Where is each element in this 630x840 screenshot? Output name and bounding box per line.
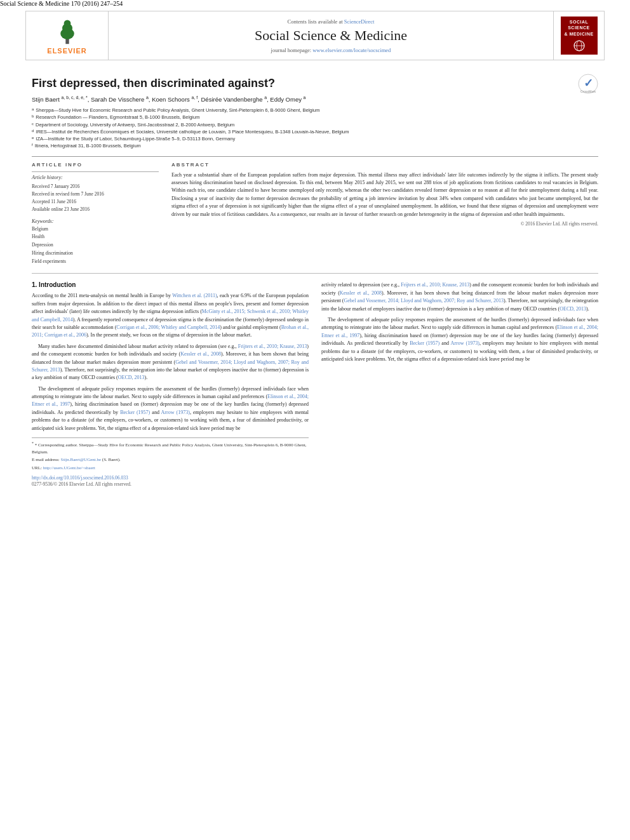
ref-elinson[interactable]: Elinson et al., 2004; Ettner et al., 199… (32, 394, 309, 407)
accepted-date: Accepted 11 June 2016 (32, 198, 159, 206)
available-date: Available online 23 June 2016 (32, 206, 159, 213)
ref-gebel[interactable]: Gebel and Vossemer, 2014; Lloyd and Wagh… (32, 359, 309, 373)
keyword-health: Health (32, 233, 159, 241)
right-body: activity related to depression (see e.g.… (321, 281, 598, 363)
elsevier-tree-icon (51, 17, 83, 45)
ref-elinson2[interactable]: Elinson et al., 2004; Ettner et al., 199… (321, 324, 598, 338)
ref-wittchen[interactable]: Wittchen et al. (2011) (172, 293, 217, 298)
intro-body: According to the 2011 meta-analysis on m… (32, 292, 309, 432)
url-link[interactable]: http://users.UGent.be/~sbaert (43, 465, 95, 470)
abstract-text-block: Each year a substantial share of the Eur… (171, 171, 598, 218)
keyword-depression: Depression (32, 241, 159, 250)
copyright-line: © 2016 Elsevier Ltd. All rights reserved… (171, 221, 598, 227)
ref-frijters2[interactable]: Frijters et al., 2010; Krause, 2013 (401, 282, 469, 288)
homepage-link[interactable]: www.elsevier.com/locate/socscimed (312, 47, 391, 53)
doi-line: http://dx.doi.org/10.1016/j.socscimed.20… (32, 475, 309, 481)
paper-body: ✓ CrossMark First depressed, then discri… (0, 64, 630, 500)
journal-header-bar: Social Science & Medicine 170 (2016) 247… (0, 0, 630, 7)
paper-title: First depressed, then discriminated agai… (32, 77, 598, 90)
introduction-right: activity related to depression (see e.g.… (321, 281, 598, 487)
ref-kessler2[interactable]: Kessler et al., 2008 (340, 290, 382, 296)
banner-right: SOCIAL SCIENCE & MEDICINE (553, 11, 604, 60)
article-abstract-section: ARTICLE INFO Article history: Received 7… (32, 156, 598, 266)
ref-becker[interactable]: Becker (1957) (120, 410, 150, 415)
introduction-left: 1. Introduction According to the 2011 me… (32, 281, 309, 487)
ref-arrow[interactable]: Arrow (1973) (161, 410, 190, 415)
ref-frijters[interactable]: Frijters et al., 2010; Krause, 2013 (238, 343, 307, 349)
elsevier-wordmark: ELSEVIER (47, 47, 86, 55)
sciencedirect-link[interactable]: ScienceDirect (344, 18, 375, 25)
banner-center: Contents lists available at ScienceDirec… (109, 15, 553, 57)
article-info-column: ARTICLE INFO Article history: Received 7… (32, 162, 159, 266)
keyword-field: Field experiments (32, 258, 159, 266)
ref-kessler[interactable]: Kessler et al., 2008 (180, 351, 221, 357)
received-date: Received 7 January 2016 (32, 183, 159, 190)
email-link[interactable]: Stijn.Baert@UGent.be (61, 457, 102, 462)
ref-mcginty[interactable]: McGinty et al., 2015; Schwenk et al., 20… (32, 309, 309, 322)
history-title: Article history: (32, 175, 159, 180)
intro-heading: 1. Introduction (32, 281, 309, 288)
journal-title: Social Science & Medicine (255, 27, 407, 44)
logo-globe-icon (573, 39, 586, 52)
homepage-line: journal homepage: www.elsevier.com/locat… (271, 47, 391, 53)
authors-line: Stijn Baert a, b, c, d, e, *, Sarah De V… (32, 95, 598, 103)
ref-gebel2[interactable]: Gebel and Vossemer, 2014; Lloyd and Wagh… (344, 298, 504, 303)
article-history-block: Article history: Received 7 January 2016… (32, 171, 159, 213)
keyword-hiring: Hiring discrimination (32, 250, 159, 258)
elsevier-logo: ELSEVIER (47, 17, 86, 55)
affiliations-block: a Sherppa—Study Hive for Economic Resear… (32, 107, 598, 150)
svg-point-3 (64, 20, 70, 27)
revised-date: Received in revised form 7 June 2016 (32, 190, 159, 198)
journal-ref-text: Social Science & Medicine 170 (2016) 247… (0, 0, 123, 7)
ref-becker2[interactable]: Becker (1957) (410, 340, 439, 346)
crossmark-icon: ✓ CrossMark (578, 74, 598, 94)
contents-line: Contents lists available at ScienceDirec… (288, 18, 375, 25)
issn-line: 0277-9536/© 2016 Elsevier Ltd. All right… (32, 481, 309, 487)
keyword-belgium: Belgium (32, 225, 159, 234)
main-content: 1. Introduction According to the 2011 me… (32, 281, 598, 487)
doi-link[interactable]: http://dx.doi.org/10.1016/j.socscimed.20… (32, 475, 128, 481)
abstract-column: ABSTRACT Each year a substantial share o… (171, 162, 598, 266)
ref-arrow2[interactable]: Arrow (1973) (451, 340, 479, 346)
abstract-paragraph: Each year a substantial share of the Eur… (171, 171, 598, 218)
keywords-title: Keywords: (32, 218, 159, 224)
crossmark: ✓ CrossMark (578, 74, 598, 94)
footnote-area: * * Corresponding author. Sherppa—Study … (32, 437, 309, 471)
abstract-label: ABSTRACT (171, 162, 598, 168)
article-info-label: ARTICLE INFO (32, 162, 159, 168)
ref-corrigan[interactable]: Corrigan et al., 2006; Whitley and Campb… (116, 324, 220, 330)
svg-text:✓: ✓ (584, 77, 593, 90)
journal-logo-box: SOCIAL SCIENCE & MEDICINE (561, 17, 598, 55)
journal-banner: ELSEVIER Contents lists available at Sci… (25, 11, 605, 60)
ref-oecd2[interactable]: OECD, 2013 (560, 306, 586, 312)
section-divider (32, 273, 598, 274)
svg-text:CrossMark: CrossMark (580, 90, 596, 93)
ref-oecd[interactable]: OECD, 2013 (118, 375, 145, 380)
banner-left: ELSEVIER (26, 11, 109, 60)
keywords-block: Keywords: Belgium Health Depression Hiri… (32, 218, 159, 266)
